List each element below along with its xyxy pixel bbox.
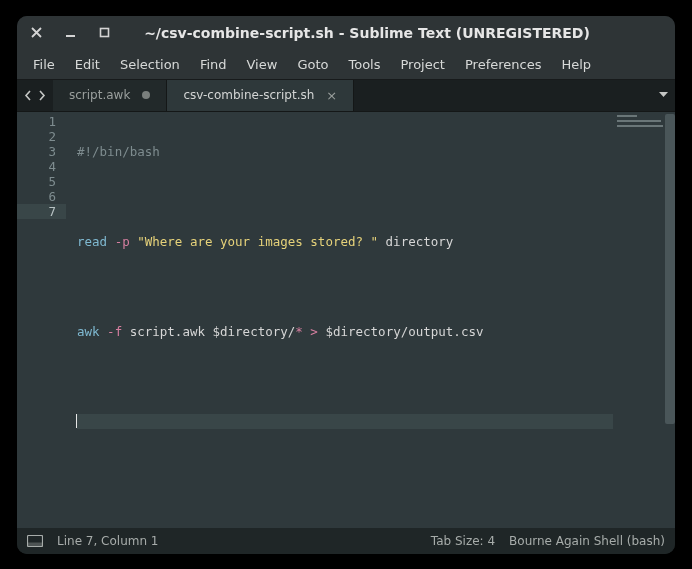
token-op: > (310, 324, 318, 339)
close-icon[interactable] (27, 24, 45, 42)
token-glob: * (295, 324, 303, 339)
menu-tools[interactable]: Tools (338, 53, 390, 76)
line-number: 2 (17, 129, 66, 144)
menu-help[interactable]: Help (551, 53, 601, 76)
code-area[interactable]: #!/bin/bash read -p "Where are your imag… (67, 112, 613, 528)
token-flag: -p (115, 234, 130, 249)
window-title: ~/csv-combine-script.sh - Sublime Text (… (129, 25, 665, 41)
token-out: $directory/output.csv (325, 324, 483, 339)
svg-rect-2 (28, 542, 43, 546)
tab-close-icon[interactable]: × (326, 88, 337, 103)
titlebar: ~/csv-combine-script.sh - Sublime Text (… (17, 16, 675, 50)
menu-view[interactable]: View (237, 53, 288, 76)
menu-file[interactable]: File (23, 53, 65, 76)
menu-edit[interactable]: Edit (65, 53, 110, 76)
text-cursor (76, 414, 77, 428)
minimize-icon[interactable] (61, 24, 79, 42)
menu-goto[interactable]: Goto (287, 53, 338, 76)
vertical-scrollbar[interactable] (665, 112, 675, 528)
tabbar: script.awk csv-combine-script.sh × (17, 80, 675, 112)
editor[interactable]: 1 2 3 4 5 6 7 #!/bin/bash read -p "Where… (17, 112, 675, 528)
menu-selection[interactable]: Selection (110, 53, 190, 76)
token-read: read (77, 234, 107, 249)
token-script: script.awk (130, 324, 205, 339)
tab-history (17, 80, 53, 111)
menu-preferences[interactable]: Preferences (455, 53, 551, 76)
tab-overflow-icon[interactable] (651, 80, 675, 111)
status-linecol[interactable]: Line 7, Column 1 (57, 534, 159, 548)
dirty-indicator-icon (142, 91, 150, 99)
nav-forward-icon[interactable] (36, 90, 47, 101)
nav-back-icon[interactable] (23, 90, 34, 101)
line-number: 5 (17, 174, 66, 189)
statusbar: Line 7, Column 1 Tab Size: 4 Bourne Agai… (17, 528, 675, 554)
tab-label: script.awk (69, 88, 130, 102)
menu-project[interactable]: Project (390, 53, 454, 76)
scrollbar-thumb[interactable] (665, 114, 675, 424)
line-number: 7 (17, 204, 66, 219)
line-number: 4 (17, 159, 66, 174)
maximize-icon[interactable] (95, 24, 113, 42)
tab-script-awk[interactable]: script.awk (53, 80, 167, 111)
svg-rect-0 (100, 29, 108, 37)
line-number: 3 (17, 144, 66, 159)
app-window: ~/csv-combine-script.sh - Sublime Text (… (17, 16, 675, 554)
panel-switch-icon[interactable] (27, 535, 43, 547)
gutter: 1 2 3 4 5 6 7 (17, 112, 67, 528)
tab-label: csv-combine-script.sh (183, 88, 314, 102)
token-flag: -f (107, 324, 122, 339)
token-arg: directory (386, 234, 454, 249)
line-number: 6 (17, 189, 66, 204)
token-dir: $directory/ (213, 324, 296, 339)
status-syntax[interactable]: Bourne Again Shell (bash) (509, 534, 665, 548)
token-string: "Where are your images stored? " (137, 234, 378, 249)
menu-find[interactable]: Find (190, 53, 237, 76)
line-number: 1 (17, 114, 66, 129)
token-awk: awk (77, 324, 100, 339)
status-tabsize[interactable]: Tab Size: 4 (431, 534, 495, 548)
menubar: File Edit Selection Find View Goto Tools… (17, 50, 675, 80)
tab-csv-combine-script[interactable]: csv-combine-script.sh × (167, 80, 354, 111)
token-shebang: #!/bin/bash (77, 144, 160, 159)
minimap[interactable] (613, 112, 665, 528)
